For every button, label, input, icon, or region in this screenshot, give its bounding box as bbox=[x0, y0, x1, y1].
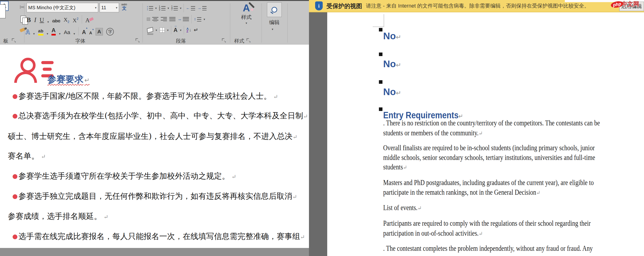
bullet-icon: ● bbox=[12, 193, 18, 200]
no-heading: No↵ bbox=[383, 31, 401, 41]
chevron-down-icon[interactable]: ▾ bbox=[155, 6, 157, 10]
bullet-icon: ● bbox=[12, 172, 18, 180]
sort-button[interactable]: AZ↓ bbox=[186, 27, 191, 33]
number-markers: 1 2 3 bbox=[159, 6, 160, 11]
font-size-combobox[interactable]: 11 ▾ bbox=[100, 3, 119, 12]
bold-button[interactable]: B bbox=[26, 16, 31, 24]
group-divider bbox=[24, 3, 24, 43]
phonetic-guide-button[interactable]: wén 文 bbox=[122, 3, 127, 10]
multilevel-list-button[interactable]: 1 a i bbox=[171, 6, 178, 11]
italic-button[interactable]: I bbox=[34, 16, 36, 24]
underline-button[interactable]: U bbox=[40, 16, 44, 24]
styles-dialog-launcher-icon[interactable] bbox=[246, 38, 250, 42]
doc-line-text: Overall finalists are required to be in-… bbox=[383, 144, 595, 152]
document-page-right[interactable]: No↵ No↵ No↵ Entry Requirements↵ . There … bbox=[327, 12, 644, 256]
font-dialog-launcher-icon[interactable] bbox=[136, 38, 139, 42]
chevron-down-icon[interactable]: ▾ bbox=[48, 20, 49, 24]
format-painter-icon[interactable] bbox=[20, 27, 25, 32]
line-spacing-button[interactable]: ↕ bbox=[194, 17, 201, 21]
numbered-list-button[interactable]: 1 2 3 bbox=[159, 6, 166, 11]
paragraph-mark: ↵ bbox=[39, 153, 46, 160]
paragraph-mark: ↵ bbox=[230, 173, 236, 180]
paste-icon[interactable] bbox=[0, 4, 6, 18]
bullet-list-button[interactable]: • • • bbox=[147, 6, 153, 11]
mini-divider bbox=[82, 15, 82, 24]
distribute-button[interactable]: ↔ bbox=[178, 17, 189, 21]
document-background bbox=[309, 12, 327, 256]
paragraph-mark: ↵ bbox=[84, 77, 90, 84]
justify-button[interactable] bbox=[169, 17, 176, 21]
chevron-down-icon[interactable]: ▾ bbox=[246, 21, 247, 25]
paragraph-mark: ↵ bbox=[478, 130, 482, 136]
shield-info-icon: i bbox=[315, 1, 323, 10]
up-down-arrow-icon: ↕ bbox=[194, 17, 196, 21]
distribute-lines-icon bbox=[183, 17, 189, 21]
doc-line-text: 参赛成绩，选手排名顺延。 bbox=[8, 212, 102, 221]
superscript-2: 2 bbox=[76, 17, 78, 20]
doc-line: ●参赛选手独立完成题目，无任何作弊和欺诈行为，如有违反将再核实信息后取消↵ bbox=[12, 191, 308, 202]
doc-line: Overall finalists are required to be in-… bbox=[383, 144, 595, 152]
chevron-down-icon[interactable]: ▾ bbox=[116, 6, 117, 9]
show-marks-button[interactable]: ↵ bbox=[194, 27, 198, 33]
chevron-down-icon[interactable]: ▾ bbox=[272, 27, 274, 31]
styles-gallery-button[interactable]: A 样式 ▾ bbox=[234, 3, 259, 35]
document-page-left[interactable]: 参赛要求↵ ●参赛选手国家/地区不限，年龄不限。参赛选手可为在校学生或社会人士。… bbox=[0, 44, 309, 248]
align-center-button[interactable] bbox=[152, 17, 158, 21]
clear-formatting-button[interactable]: A bbox=[85, 17, 90, 24]
paragraph-mark: ↵ bbox=[396, 34, 401, 41]
highlight-color-button[interactable]: ab bbox=[38, 28, 44, 35]
styles-brush-icon: A bbox=[243, 3, 250, 13]
chevron-down-icon[interactable]: ▾ bbox=[33, 32, 35, 35]
paragraph-mark: ↵ bbox=[292, 194, 297, 200]
no-text: No bbox=[383, 59, 396, 69]
chevron-down-icon[interactable]: ▾ bbox=[95, 6, 96, 9]
increase-indent-button[interactable]: → bbox=[197, 6, 206, 10]
paragraph-dialog-launcher-icon[interactable] bbox=[222, 38, 226, 42]
text-effects-button[interactable]: A bbox=[26, 29, 30, 35]
chevron-down-icon[interactable]: ▾ bbox=[156, 28, 157, 32]
doc-line-text: . There is no restriction on the country… bbox=[383, 119, 600, 127]
grow-font-button[interactable]: A bbox=[82, 29, 86, 35]
align-left-button[interactable] bbox=[147, 18, 150, 20]
chevron-down-icon[interactable]: ▾ bbox=[180, 28, 182, 32]
doc-line: 参赛成绩，选手排名顺延。 ↵ bbox=[7, 211, 303, 222]
chevron-down-icon[interactable]: ▾ bbox=[167, 28, 169, 32]
chevron-down-icon[interactable]: ▾ bbox=[74, 32, 75, 35]
shield-glyph: i bbox=[318, 3, 320, 9]
chevron-down-icon[interactable]: ▾ bbox=[204, 17, 205, 21]
php-badge-icon: php bbox=[610, 0, 624, 9]
chevron-down-icon[interactable]: ▾ bbox=[180, 6, 182, 10]
enclose-characters-button[interactable]: 字 bbox=[106, 28, 114, 35]
spacing-lines-icon bbox=[197, 17, 201, 21]
font-color-button[interactable]: A bbox=[52, 27, 56, 35]
doc-line-text: 参赛选手国家/地区不限，年龄不限。参赛选手可为在校学生或社会人士。 bbox=[18, 91, 272, 101]
doc-line: List of events.↵ bbox=[383, 203, 422, 212]
shading-bucket-icon[interactable] bbox=[147, 27, 153, 33]
shrink-font-button[interactable]: A bbox=[89, 31, 92, 35]
copy-icon[interactable] bbox=[20, 16, 26, 23]
superscript-button[interactable]: X2 bbox=[73, 17, 78, 24]
doc-line-text: Masters and PhD postgraduates, including… bbox=[383, 178, 594, 187]
decrease-indent-button[interactable]: ← bbox=[186, 6, 195, 10]
clipboard-dialog-launcher-icon[interactable] bbox=[12, 38, 16, 42]
align-right-button[interactable] bbox=[161, 17, 167, 21]
doc-line: Participants are required to comply with… bbox=[383, 219, 591, 228]
chevron-down-icon[interactable]: ▾ bbox=[168, 6, 169, 10]
no-text: No bbox=[383, 87, 396, 97]
indent-lines-icon bbox=[191, 6, 195, 10]
doc-line: 赛名单。 ↵ bbox=[7, 151, 303, 161]
mini-divider bbox=[171, 26, 171, 34]
editing-button[interactable] bbox=[267, 2, 282, 17]
change-case-button[interactable]: Aa bbox=[64, 29, 70, 35]
chevron-down-icon[interactable]: ▾ bbox=[59, 32, 61, 35]
strikethrough-button[interactable]: abc bbox=[52, 18, 60, 24]
character-shading-button[interactable]: A bbox=[96, 28, 103, 35]
subscript-button[interactable]: X2 bbox=[64, 17, 69, 24]
page-title: 参赛要求↵ bbox=[48, 73, 90, 85]
chevron-down-icon[interactable]: ▾ bbox=[47, 32, 48, 35]
paragraph-mark: ↵ bbox=[536, 190, 540, 196]
character-scaling-button[interactable]: A bbox=[174, 27, 178, 33]
borders-grid-icon[interactable] bbox=[160, 27, 165, 33]
font-name-combobox[interactable]: MS Mincho (中文正文) ▾ bbox=[26, 3, 98, 12]
right-arrow-icon: → bbox=[197, 6, 201, 10]
